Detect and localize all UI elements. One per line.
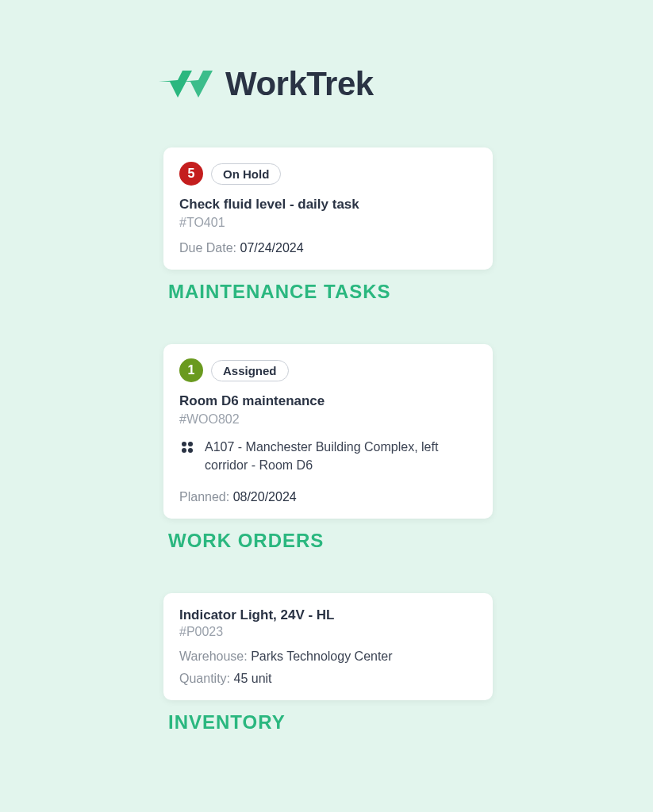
status-pill: On Hold (211, 163, 281, 185)
quantity-label: Quantity: (179, 672, 230, 685)
warehouse-value: Parks Technology Center (251, 649, 392, 663)
priority-badge: 5 (179, 162, 203, 186)
planned-label: Planned: (179, 490, 229, 504)
due-date-row: Due Date: 07/24/2024 (179, 241, 477, 255)
task-reference: #TO401 (179, 216, 477, 230)
work-order-card[interactable]: 1 Assigned Room D6 maintenance #WOO802 A… (163, 344, 493, 519)
priority-badge: 1 (179, 358, 203, 382)
work-order-reference: #WOO802 (179, 412, 477, 427)
due-date-value: 07/24/2024 (240, 241, 304, 255)
inventory-reference: #P0023 (179, 625, 477, 639)
location-text: A107 - Manchester Building Complex, left… (205, 438, 477, 474)
location-icon (179, 439, 195, 455)
status-pill: Assigned (211, 360, 289, 381)
work-order-title: Room D6 maintenance (179, 393, 477, 409)
section-inventory-title: INVENTORY (168, 711, 493, 733)
svg-point-0 (182, 442, 186, 446)
section-workorders-title: WORK ORDERS (168, 530, 493, 552)
task-title: Check fluid level - daily task (179, 197, 477, 213)
brand-name: WorkTrek (225, 65, 374, 103)
due-date-label: Due Date: (179, 241, 236, 255)
warehouse-label: Warehouse: (179, 649, 248, 663)
svg-point-3 (188, 448, 193, 453)
svg-point-2 (182, 448, 186, 453)
warehouse-row: Warehouse: Parks Technology Center (179, 645, 477, 667)
quantity-value: 45 unit (233, 672, 271, 685)
maintenance-task-card[interactable]: 5 On Hold Check fluid level - daily task… (163, 147, 493, 270)
quantity-row: Quantity: 45 unit (179, 668, 477, 689)
planned-value: 08/20/2024 (233, 490, 297, 504)
inventory-title: Indicator Light, 24V - HL (179, 607, 477, 623)
inventory-card[interactable]: Indicator Light, 24V - HL #P0023 Warehou… (163, 593, 493, 699)
planned-date-row: Planned: 08/20/2024 (179, 490, 477, 504)
svg-point-1 (188, 442, 193, 446)
logo-mark-icon (159, 66, 216, 102)
section-maintenance-title: MAINTENANCE TASKS (168, 281, 493, 303)
brand-logo: WorkTrek (159, 65, 493, 103)
